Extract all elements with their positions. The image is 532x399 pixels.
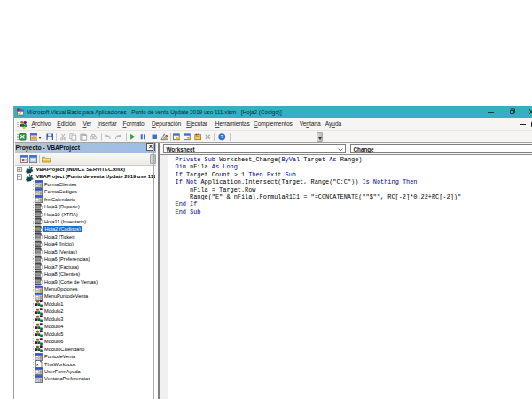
svg-text:?: ? xyxy=(221,134,224,139)
